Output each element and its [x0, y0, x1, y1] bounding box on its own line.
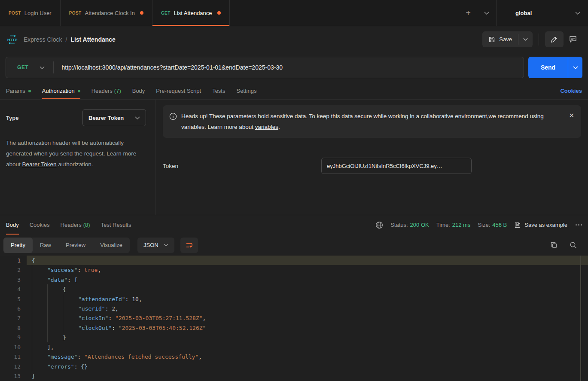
- meta-value: 200 OK: [410, 222, 429, 228]
- line-number: 12: [0, 362, 27, 371]
- cookies-link[interactable]: Cookies: [560, 82, 582, 99]
- environment-name: global: [515, 10, 575, 16]
- token-str: "2025-03-03T05:40:52.126Z": [119, 325, 206, 331]
- save-as-example-button[interactable]: Save as example: [514, 222, 567, 229]
- response-view-bar: PrettyRawPreviewVisualize JSON: [0, 235, 588, 256]
- send-button[interactable]: Send: [528, 57, 568, 78]
- network-globe-icon[interactable]: [375, 221, 383, 229]
- token-pln: :: [77, 267, 84, 273]
- environment-selector[interactable]: global: [496, 0, 588, 26]
- line-content: "success": true,: [27, 265, 588, 274]
- indent-guide: [47, 333, 63, 342]
- view-mode-segment: PrettyRawPreviewVisualize: [3, 238, 130, 253]
- save-options-chevron-button[interactable]: [518, 31, 533, 47]
- token-str: "2025-03-03T05:27:11.528Z": [115, 315, 203, 321]
- token-input[interactable]: [321, 158, 472, 174]
- indent-guide: [32, 342, 47, 352]
- response-tab-cookies[interactable]: Cookies: [30, 215, 50, 235]
- token-key: "clockIn": [78, 315, 108, 321]
- line-content: "clockIn": "2025-03-03T05:27:11.528Z",: [27, 314, 588, 323]
- response-tab-headers[interactable]: Headers(8): [61, 215, 90, 235]
- token-str: "Attendances fetched successfully": [84, 354, 198, 360]
- actions-divider: [539, 34, 539, 46]
- auth-type-select[interactable]: Bearer Token: [82, 109, 146, 126]
- request-tab-settings[interactable]: Settings: [236, 82, 256, 99]
- code-line: 4{: [0, 284, 588, 294]
- save-button[interactable]: Save: [482, 31, 518, 47]
- token-pln: ,: [203, 315, 206, 321]
- bearer-token-link[interactable]: Bearer Token: [22, 161, 57, 168]
- view-tab-visualize[interactable]: Visualize: [93, 238, 130, 253]
- copy-icon[interactable]: [550, 241, 558, 249]
- token-pln: ,: [51, 344, 54, 351]
- line-content: "data": [: [27, 275, 588, 284]
- auth-type-label: Type: [6, 115, 18, 121]
- authorization-panel: Type Bearer Token The authorization head…: [0, 100, 588, 215]
- request-tab-params[interactable]: Params: [6, 82, 31, 99]
- banner-close-button[interactable]: ✕: [569, 112, 574, 119]
- open-tab-login-user[interactable]: POSTLogin User: [0, 0, 61, 26]
- indent-guide: [63, 323, 78, 332]
- meta-value: 212 ms: [452, 222, 471, 228]
- tab-active-dot: [28, 90, 31, 92]
- response-tab-body[interactable]: Body: [6, 215, 19, 235]
- auth-type-row: Type Bearer Token: [6, 109, 146, 126]
- indent-guide: [32, 304, 47, 313]
- view-tab-pretty[interactable]: Pretty: [3, 238, 33, 253]
- save-button-label: Save: [499, 36, 512, 43]
- line-content: "message": "Attendances fetched successf…: [27, 352, 588, 362]
- token-key: "attendanceId": [78, 296, 125, 302]
- format-select[interactable]: JSON: [137, 238, 174, 253]
- code-line: 5"attendanceId": 10,: [0, 294, 588, 304]
- url-bar: GET: [6, 57, 524, 78]
- line-content: "clockOut": "2025-03-03T05:40:52.126Z": [27, 323, 588, 332]
- svg-text:HTTP: HTTP: [7, 37, 18, 42]
- banner-text-body: Heads up! These parameters hold sensitiv…: [181, 113, 544, 130]
- chevron-down-icon: [40, 66, 45, 69]
- response-body-editor[interactable]: 1{2"success": true,3"data": [4{5"attenda…: [0, 256, 588, 381]
- tab-active-dot: [78, 90, 80, 92]
- auth-description: The authorization header will be automat…: [6, 137, 146, 170]
- line-content: ],: [27, 342, 588, 352]
- token-key: "errors": [47, 363, 74, 370]
- token-key: "data": [47, 277, 67, 283]
- variables-link[interactable]: variables: [255, 124, 278, 130]
- request-tab-authorization[interactable]: Authorization: [42, 82, 80, 99]
- breadcrumb-request-name: List Attendance: [70, 36, 116, 43]
- request-tab-pre-request-script[interactable]: Pre-request Script: [156, 82, 201, 99]
- tab-label: Headers: [61, 222, 82, 228]
- request-tab-tests[interactable]: Tests: [212, 82, 225, 99]
- token-pln: :: [77, 354, 84, 360]
- breadcrumb-collection[interactable]: Express Clock: [24, 36, 62, 43]
- send-options-chevron-button[interactable]: [568, 57, 582, 78]
- request-url-row: GET Send: [0, 52, 588, 82]
- tab-bar: POSTLogin UserPOSTAttendance Clock InGET…: [0, 0, 588, 26]
- wrap-lines-button[interactable]: [180, 238, 198, 253]
- tab-method-badge: POST: [69, 11, 82, 15]
- open-tab-list-attendance[interactable]: GETList Attendance: [152, 0, 230, 26]
- more-options-button[interactable]: [575, 224, 582, 226]
- editor-scrollbar[interactable]: [580, 256, 581, 381]
- method-selector[interactable]: GET: [6, 64, 53, 70]
- info-icon: [169, 113, 177, 120]
- word-wrap-icon: [186, 242, 193, 249]
- url-input[interactable]: [54, 64, 524, 71]
- request-tab-headers[interactable]: Headers(7): [91, 82, 121, 99]
- chevron-down-icon: [575, 12, 580, 15]
- token-pun: {: [63, 286, 66, 293]
- new-tab-button[interactable]: +: [459, 0, 477, 26]
- auth-description-tail: authorization.: [57, 161, 93, 168]
- open-tab-attendance-clock-in[interactable]: POSTAttendance Clock In: [61, 0, 152, 26]
- tab-list-chevron-button[interactable]: [477, 0, 496, 26]
- view-tab-preview[interactable]: Preview: [58, 238, 93, 253]
- response-tab-test-results[interactable]: Test Results: [101, 215, 131, 235]
- http-request-icon: HTTP: [7, 35, 18, 44]
- token-pln: :: [67, 277, 74, 283]
- search-icon[interactable]: [570, 241, 577, 249]
- meta-time: Time:212 ms: [436, 222, 471, 228]
- code-line: 13}: [0, 371, 588, 381]
- edit-request-button[interactable]: [545, 31, 564, 47]
- comments-button[interactable]: [564, 31, 582, 47]
- view-tab-raw[interactable]: Raw: [33, 238, 58, 253]
- request-tab-body[interactable]: Body: [132, 82, 145, 99]
